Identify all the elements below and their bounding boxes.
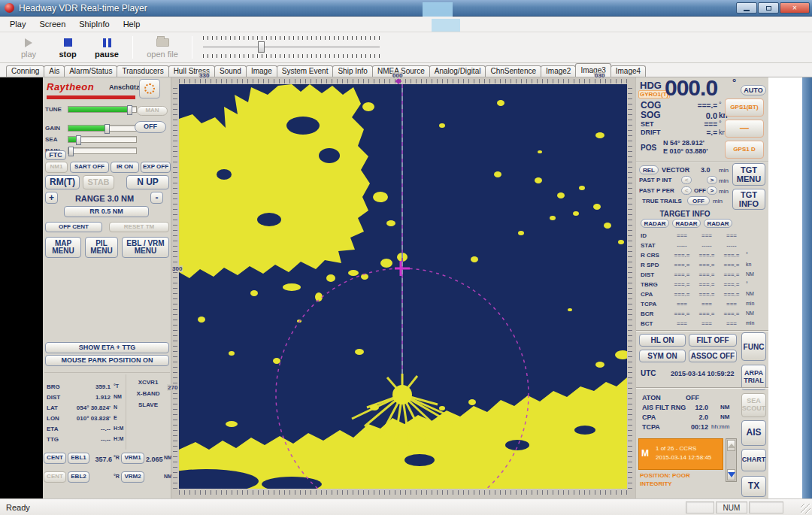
anschuetz-logo-icon[interactable] [139, 79, 160, 98]
stop-button[interactable]: stop [48, 37, 87, 59]
man-button[interactable]: MAN [137, 106, 168, 116]
arpa-trial-button[interactable]: ARPA TRIAL [741, 365, 766, 390]
assoc-off-button[interactable]: ASSOC OFF [689, 350, 737, 362]
map-menu-button[interactable]: MAPMENU [45, 237, 81, 258]
slider-thumb[interactable] [127, 105, 132, 115]
play-button[interactable]: play [9, 37, 48, 59]
slider-thumb[interactable] [76, 135, 81, 145]
tab-alarm-status[interactable]: Alarm/Status [64, 65, 117, 77]
true-trails-label: TRUE TRAILS [642, 198, 682, 204]
cent1-button[interactable]: CENT [44, 453, 66, 464]
slider-thumb[interactable] [258, 41, 265, 53]
sart-off-button[interactable]: SART OFF [70, 162, 109, 173]
radar-source-button[interactable]: RADAR [672, 219, 701, 228]
ebl1-button[interactable]: EBL1 [68, 453, 89, 464]
scroll-up-button[interactable] [727, 440, 735, 451]
alarm-message-box[interactable]: M 1 of 26 - CCRS 2015-03-14 12:58:45 [638, 438, 723, 470]
tab-image4[interactable]: Image4 [611, 65, 646, 77]
pause-button[interactable]: pause [87, 37, 126, 59]
chart-button[interactable]: CHART [741, 449, 766, 471]
past-per-next-button[interactable]: > [707, 186, 717, 195]
slider-thumb[interactable] [105, 124, 110, 134]
range-rings-button[interactable]: RR 0.5 NM [64, 206, 149, 217]
vector-value: 3.0 [701, 166, 710, 174]
gps1-bt-button[interactable]: GPS1(BT) [725, 98, 764, 117]
tab-system-event[interactable]: System Event [277, 65, 334, 77]
auto-button[interactable]: AUTO [741, 85, 766, 95]
slider-track-tune[interactable] [68, 106, 137, 113]
open-file-button[interactable]: open file [139, 37, 186, 59]
target-value-col3: ===.= [720, 262, 743, 268]
off-center-button[interactable]: OFF CENT [45, 222, 102, 232]
target-row-unit: ° [746, 252, 748, 257]
pil-menu-button[interactable]: PILMENU [85, 237, 118, 258]
gps1-d-button[interactable]: GPS1 D [725, 141, 764, 159]
resize-grip[interactable] [801, 504, 810, 513]
tab-image2[interactable]: Image2 [541, 65, 576, 77]
menu-item-shipinfo[interactable]: ShipInfo [72, 18, 116, 30]
vrm1-button[interactable]: VRM1 [121, 453, 144, 464]
tab-transducers[interactable]: Transducers [117, 65, 168, 77]
slider-track-rain[interactable] [68, 147, 137, 154]
alarm-scrollbar[interactable] [726, 438, 737, 482]
playback-slider[interactable] [203, 35, 380, 60]
tab-image[interactable]: Image [246, 65, 277, 77]
bearing-label-330: 330 [198, 72, 210, 79]
sea-scout-button[interactable]: SEA SCOUT [741, 393, 766, 417]
scroll-down-button[interactable] [727, 469, 735, 480]
menu-item-play[interactable]: Play [3, 18, 32, 30]
range-decrease-button[interactable]: - [150, 192, 163, 204]
close-button[interactable]: × [780, 2, 810, 14]
exp-off-button[interactable]: EXP OFF [141, 162, 171, 173]
radar-ppi-screen[interactable] [179, 84, 627, 489]
rm-t-button[interactable]: RM(T) [45, 175, 80, 189]
ftc-button[interactable]: FTC [45, 150, 66, 160]
vrm2-button[interactable]: VRM2 [121, 471, 144, 483]
filt-off-button[interactable]: FILT OFF [689, 334, 737, 347]
ais-button[interactable]: AIS [741, 420, 766, 446]
menu-item-help[interactable]: Help [117, 18, 147, 30]
mouse-park-button[interactable]: MOUSE PARK POSITION ON [45, 355, 169, 366]
tgt-menu-button[interactable]: TGT MENU [732, 163, 765, 186]
ir-on-button[interactable]: IR ON [111, 162, 139, 173]
cent2-button[interactable]: CENT [44, 471, 66, 483]
tab-chnsentence[interactable]: ChnSentence [485, 65, 541, 77]
radar-source-button[interactable]: RADAR [641, 219, 669, 228]
radar-source-button[interactable]: RADAR [704, 219, 732, 228]
rel-button[interactable]: REL [639, 165, 659, 174]
tx-button[interactable]: TX [741, 476, 766, 497]
slider-track-sea[interactable] [68, 136, 137, 143]
ebl2-button[interactable]: EBL2 [68, 471, 89, 483]
slider-track-gain[interactable] [68, 125, 137, 132]
true-trails-off-button[interactable]: OFF [687, 196, 710, 205]
hl-on-button[interactable]: HL ON [639, 334, 686, 347]
tab-analog-digital[interactable]: Analog/Digital [429, 65, 486, 77]
past-int-next-button[interactable]: > [707, 176, 717, 184]
stop-icon [64, 38, 72, 47]
off-button[interactable]: OFF [135, 121, 166, 133]
target-table-row-dist: DIST===.====.====.=NM [636, 271, 769, 280]
stab-button[interactable]: STAB [83, 175, 114, 189]
ebl-vrm-menu-button[interactable]: EBL / VRMMENU [122, 237, 169, 258]
range-increase-button[interactable]: + [45, 192, 58, 204]
past-per-prev-button[interactable]: < [681, 186, 692, 195]
anschuetz-logo: Anschütz [109, 83, 140, 91]
aux-button[interactable]: NM1 [45, 162, 68, 173]
tab-ship-info[interactable]: Ship Info [332, 65, 372, 77]
menu-item-screen[interactable]: Screen [32, 18, 72, 30]
tab-ais[interactable]: Ais [44, 65, 65, 77]
north-up-button[interactable]: N UP [126, 175, 169, 189]
tab-sound[interactable]: Sound [214, 65, 247, 77]
slider-thumb[interactable] [68, 147, 74, 156]
sym-on-button[interactable]: SYM ON [639, 350, 686, 362]
target-value-col1: ===.= [671, 252, 693, 259]
tgt-info-button[interactable]: TGT INFO [732, 189, 765, 210]
func-button[interactable]: FUNC [741, 332, 766, 361]
minimize-button[interactable] [736, 2, 757, 14]
show-eta-ttg-button[interactable]: SHOW ETA + TTG [45, 342, 169, 353]
past-int-prev-button[interactable]: < [681, 176, 692, 184]
tab-conning[interactable]: Conning [6, 65, 44, 77]
reset-tm-button[interactable]: RESET TM [109, 222, 169, 232]
maximize-button[interactable] [758, 2, 779, 14]
no-source-button[interactable]: — [725, 120, 764, 138]
